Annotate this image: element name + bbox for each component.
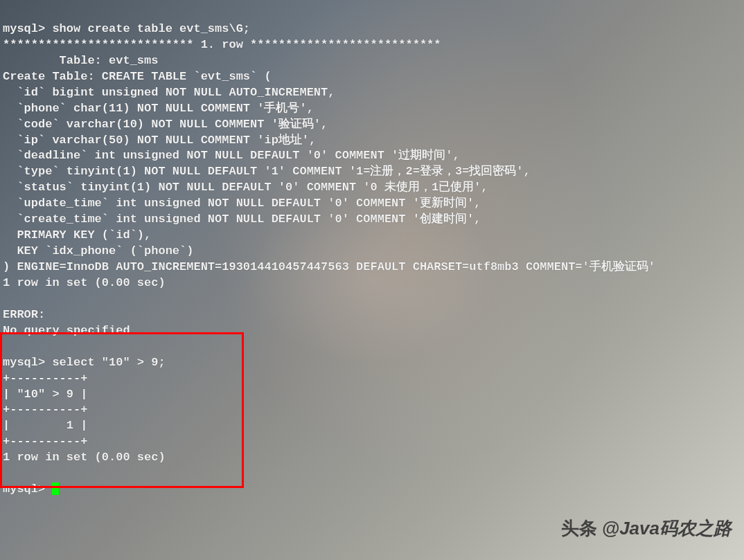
col-update-time: `update_time` int unsigned NOT NULL DEFA… [3,197,481,210]
table-row: | 1 | [3,419,87,432]
table-border: +----------+ [3,435,87,448]
rows-in-set-2: 1 row in set (0.00 sec) [3,451,166,464]
col-ip: `ip` varchar(50) NOT NULL COMMENT 'ip地址'… [3,134,316,147]
table-name-line: Table: evt_sms [3,54,158,67]
col-create-time: `create_time` int unsigned NOT NULL DEFA… [3,213,481,226]
watermark-handle: @Java码农之路 [602,518,732,539]
primary-key: PRIMARY KEY (`id`), [3,228,151,242]
table-border: +----------+ [3,403,87,416]
engine-line: ) ENGINE=InnoDB AUTO_INCREMENT=193014410… [3,260,655,273]
no-query-line: No query specified [3,324,130,337]
rows-in-set-1: 1 row in set (0.00 sec) [3,276,166,289]
cursor-block[interactable] [52,482,59,495]
col-type: `type` tinyint(1) NOT NULL DEFAULT '1' C… [3,165,531,178]
watermark: 头条 @Java码农之路 [561,516,732,541]
col-code: `code` varchar(10) NOT NULL COMMENT '验证码… [3,118,328,131]
prompt: mysql> [3,482,59,496]
col-status: `status` tinyint(1) NOT NULL DEFAULT '0'… [3,181,488,194]
table-header: | "10" > 9 | [3,388,87,401]
command-show-create: show create table evt_sms\G; [52,22,250,35]
watermark-prefix: 头条 [561,518,597,539]
col-phone: `phone` char(11) NOT NULL COMMENT '手机号', [3,102,314,115]
error-label: ERROR: [3,308,45,321]
create-table-line: Create Table: CREATE TABLE `evt_sms` ( [3,70,272,83]
terminal-output: mysql> show create table evt_sms\G; ****… [0,0,744,503]
prompt: mysql> select "10" > 9; [3,356,166,369]
prompt: mysql> show create table evt_sms\G; [3,22,250,35]
row-separator: *************************** 1. row *****… [3,38,441,51]
col-deadline: `deadline` int unsigned NOT NULL DEFAULT… [3,149,460,162]
index-key: KEY `idx_phone` (`phone`) [3,244,193,258]
command-select: select "10" > 9; [52,356,165,369]
table-border: +----------+ [3,372,87,385]
col-id: `id` bigint unsigned NOT NULL AUTO_INCRE… [3,86,335,99]
